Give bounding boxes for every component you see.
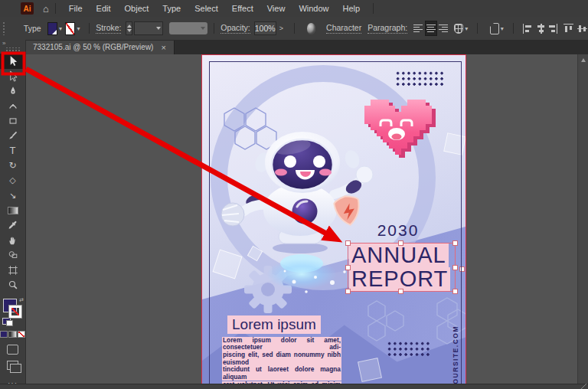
recolor-artwork-icon[interactable] (307, 23, 315, 34)
selection-tool[interactable] (0, 54, 25, 69)
chevron-down-icon[interactable]: ▾ (59, 25, 62, 32)
body-line: tincidunt ut laoreet dolore magna aliqua… (222, 366, 341, 381)
eyedropper-tool[interactable] (0, 218, 25, 234)
menu-bar: Ai ⌂ File Edit Object Type Select Effect… (0, 0, 588, 17)
chevron-down-icon[interactable]: ▾ (465, 25, 468, 32)
stroke-weight-dropdown[interactable] (134, 21, 163, 35)
menu-item-effect[interactable]: Effect (225, 4, 260, 13)
magnifier-icon (8, 279, 18, 290)
resize-grip-icon[interactable] (581, 384, 586, 389)
rotate-tool[interactable]: ↻ (0, 159, 25, 174)
paintbrush-tool[interactable] (0, 129, 25, 144)
align-right-button[interactable] (439, 21, 449, 35)
menu-item-file[interactable]: File (62, 4, 90, 13)
align-objects-middle-icon[interactable] (577, 24, 585, 34)
chevron-down-icon[interactable]: ▾ (501, 25, 504, 32)
opacity-link[interactable]: Opacity: (220, 23, 250, 34)
eraser-tool[interactable]: ◇ (0, 173, 25, 188)
align-left-button[interactable] (413, 21, 423, 35)
character-panel-link[interactable]: Character (326, 23, 361, 34)
selection-handle[interactable] (452, 240, 458, 246)
eyedropper-icon (8, 220, 18, 230)
type-tool[interactable]: T (0, 143, 25, 159)
illustrator-app-icon[interactable]: Ai (21, 2, 34, 15)
align-center-button[interactable] (425, 21, 437, 36)
direct-selection-tool[interactable] (0, 69, 25, 84)
toolbar-collapse-icon[interactable]: » (0, 40, 25, 47)
direct-selection-cursor-icon (7, 70, 18, 82)
stroke-weight-stepper[interactable] (126, 21, 132, 35)
chevron-down-icon[interactable]: ▾ (77, 25, 80, 32)
menu-item-view[interactable]: View (260, 4, 292, 13)
toolbar-stroke-swatch[interactable] (9, 306, 21, 318)
selection-handle[interactable] (345, 289, 351, 294)
poster-artboard[interactable]: 2030 ANNUAL REPORT Lorem ipsum Lorem ips… (202, 55, 466, 384)
pen-tool[interactable] (0, 83, 25, 99)
scale-tool[interactable]: ↘ (0, 188, 25, 204)
menu-item-window[interactable]: Window (292, 4, 335, 13)
selection-handle[interactable] (459, 266, 465, 272)
align-objects-center-icon[interactable] (536, 24, 544, 34)
gradient-tool[interactable] (0, 203, 25, 218)
menu-item-help[interactable]: Help (336, 4, 368, 13)
selection-handle[interactable] (398, 240, 403, 246)
default-fill-stroke-icon[interactable] (2, 318, 11, 325)
poster-year-text[interactable]: 2030 (352, 221, 444, 240)
poster-body-text[interactable]: Lorem ipsum dolor sit amet, consectetuer… (222, 337, 341, 384)
toolbar-grip-icon[interactable] (5, 47, 20, 54)
artboard-tool[interactable] (0, 263, 25, 278)
fill-color-swatch[interactable] (47, 22, 57, 35)
poster-title-text-object[interactable]: ANNUAL REPORT (349, 244, 454, 291)
color-mode-row (0, 331, 25, 338)
shape-builder-icon (8, 250, 18, 260)
document-tab[interactable]: 7332105.ai @ 50 % (RGB/Preview) × (25, 40, 175, 54)
selection-handle[interactable] (452, 265, 458, 270)
document-tab-bar: 7332105.ai @ 50 % (RGB/Preview) × (25, 40, 588, 54)
scroll-up-icon[interactable] (581, 58, 586, 62)
opacity-value-field[interactable]: 100% (254, 21, 276, 35)
draw-mode-button[interactable] (7, 345, 18, 355)
dot-grid-top-right (395, 70, 443, 87)
rectangle-tool[interactable] (0, 113, 25, 129)
stroke-panel-link[interactable]: Stroke: (96, 23, 121, 34)
artboard-icon (8, 265, 18, 276)
hand-tool[interactable] (0, 233, 25, 248)
menu-item-object[interactable]: Object (118, 4, 156, 13)
canvas-pasteboard[interactable]: 2030 ANNUAL REPORT Lorem ipsum Lorem ips… (25, 54, 578, 384)
document-setup-icon[interactable] (490, 23, 499, 34)
none-button[interactable] (18, 331, 25, 338)
gradient-button[interactable] (8, 331, 16, 338)
brush-definition-dropdown[interactable] (169, 22, 207, 34)
shape-builder-tool[interactable] (0, 248, 25, 263)
menu-item-select[interactable]: Select (188, 4, 225, 13)
opacity-expand-button[interactable]: > (279, 25, 283, 32)
hexagon-cluster-bottom-middle (368, 301, 403, 341)
align-objects-right-icon[interactable] (550, 24, 557, 34)
poster-heading-text[interactable]: Lorem ipsum (227, 315, 321, 334)
selection-handle[interactable] (345, 265, 351, 270)
zoom-tool[interactable] (0, 278, 25, 293)
screen-mode-button[interactable] (7, 361, 18, 370)
color-button[interactable] (0, 331, 8, 338)
tab-close-icon[interactable]: × (161, 43, 165, 52)
swap-fill-stroke-icon[interactable]: ⇄ (19, 297, 24, 303)
selection-handle[interactable] (452, 289, 458, 294)
title-line-2[interactable]: REPORT (349, 267, 450, 291)
paintbrush-icon (8, 130, 18, 141)
align-objects-top-icon[interactable] (564, 24, 571, 34)
poster-website-text[interactable]: YOURSITE.COM (452, 325, 459, 384)
stroke-color-swatch[interactable] (65, 22, 75, 35)
align-objects-left-icon[interactable] (523, 24, 531, 34)
selection-handle[interactable] (345, 240, 351, 246)
selection-handle[interactable] (398, 289, 403, 294)
menu-item-edit[interactable]: Edit (90, 4, 118, 13)
envelope-distort-icon[interactable] (454, 24, 463, 34)
vertical-scrollbar[interactable] (577, 54, 588, 384)
paragraph-panel-link[interactable]: Paragraph: (368, 23, 407, 34)
curvature-tool[interactable] (0, 99, 25, 114)
title-line-1[interactable]: ANNUAL (349, 244, 449, 267)
panel-grip-icon[interactable] (2, 21, 5, 35)
menu-item-type[interactable]: Type (155, 4, 188, 13)
home-icon[interactable]: ⌂ (43, 4, 49, 14)
fill-stroke-swatches[interactable]: ⇄ (0, 297, 25, 323)
